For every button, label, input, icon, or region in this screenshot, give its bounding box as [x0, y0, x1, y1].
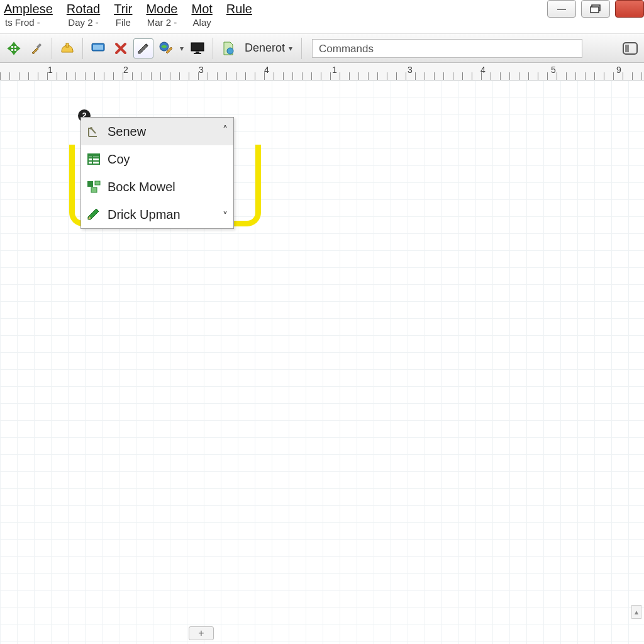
scroll-up-icon[interactable]: ˄ [223, 124, 228, 136]
svg-rect-7 [93, 45, 103, 50]
svg-rect-9 [191, 43, 204, 51]
toolbar-separator [301, 38, 302, 59]
commands-placeholder: Commands [319, 43, 374, 55]
globe-pencil-tool[interactable] [156, 38, 176, 58]
edit-tool[interactable] [133, 38, 153, 58]
svg-rect-23 [91, 187, 97, 192]
menu-label: Rule [226, 1, 252, 16]
panel-item-drick-upman[interactable]: Drick Upman [81, 201, 233, 228]
menu-rule[interactable]: Rule [226, 1, 252, 16]
panel-item-label: Bock Mowel [108, 180, 175, 194]
menu-sub-label: Alay [193, 16, 211, 29]
shapes-icon [86, 179, 101, 194]
table-icon [86, 152, 101, 167]
restore-button[interactable] [581, 0, 610, 18]
svg-rect-14 [625, 45, 629, 52]
dropdown-caret-icon[interactable]: ▾ [180, 44, 184, 53]
toolbar-separator [82, 38, 83, 59]
globe-pencil-icon [158, 41, 174, 56]
drawing-canvas[interactable]: 2 Senew Coy Bock Mowel [0, 80, 644, 644]
panel-item-label: Coy [108, 152, 130, 167]
measure-icon [86, 124, 101, 139]
menu-sub-label: ts Frod [4, 16, 53, 29]
svg-rect-5 [66, 43, 69, 47]
menu-sub-label: Mar 2 [147, 16, 177, 29]
side-scroll-button[interactable]: ▴ [631, 605, 641, 619]
panel-item-label: Senew [108, 125, 146, 139]
svg-rect-21 [87, 181, 93, 187]
menu-label: Amplese [4, 1, 53, 16]
document-icon [221, 41, 235, 56]
screwdriver-icon [30, 42, 43, 55]
ruler-ticks [0, 72, 644, 80]
menu-rotad[interactable]: Rotad Day 2 [67, 1, 100, 29]
pencil-icon [136, 42, 150, 55]
panel-icon [623, 42, 638, 55]
denerot-dropdown[interactable]: Denerot ▾ [241, 42, 296, 55]
autocomplete-panel: 2 Senew Coy Bock Mowel [80, 117, 234, 229]
svg-rect-22 [95, 181, 100, 185]
monitor-tool[interactable] [187, 38, 208, 58]
panel-item-senew[interactable]: Senew [81, 118, 233, 145]
svg-rect-10 [196, 52, 199, 53]
horizontal-ruler: 1 2 3 4 1 3 4 5 9 // generated via CSS r… [0, 63, 644, 80]
toolbar-separator [213, 38, 213, 59]
menu-trir[interactable]: Trir File [114, 1, 132, 29]
menu-label: Rotad [67, 1, 100, 16]
menu-label: Trir [114, 1, 132, 16]
menu-mode[interactable]: Mode Mar 2 [146, 1, 177, 29]
scroll-down-icon[interactable]: ˅ [223, 210, 228, 222]
screwdriver-tool[interactable] [26, 38, 47, 58]
minimize-button[interactable]: — [547, 0, 576, 18]
panel-scrollbar[interactable]: ˄ ˅ [217, 118, 233, 228]
restore-icon [590, 4, 601, 13]
pencil-icon [86, 207, 101, 222]
chevron-down-icon: ▾ [289, 44, 292, 53]
document-tool[interactable] [218, 38, 238, 58]
panel-list: Senew Coy Bock Mowel Drick Upman [80, 117, 234, 229]
svg-rect-20 [88, 154, 99, 157]
menu-bar: Amplese ts Frod Rotad Day 2 Trir File Mo… [0, 0, 644, 34]
menu-label: Mode [146, 1, 177, 16]
commands-input[interactable]: Commands [312, 39, 582, 58]
screen-tool[interactable] [88, 38, 108, 58]
close-button[interactable] [615, 0, 644, 18]
menu-sub-label: Day 2 [68, 16, 98, 29]
panel-item-bock-mowel[interactable]: Bock Mowel [81, 173, 233, 201]
x-icon [114, 42, 128, 55]
panel-toggle-button[interactable] [620, 38, 640, 58]
panel-item-coy[interactable]: Coy [81, 145, 233, 173]
panel-item-label: Drick Upman [108, 208, 180, 222]
move-tool[interactable] [4, 38, 24, 58]
move-icon [7, 42, 21, 55]
menu-label: Mot [191, 1, 212, 16]
delete-tool[interactable] [111, 38, 131, 58]
menu-sub-label: File [116, 16, 131, 29]
toolbar: ▾ Denerot ▾ Commands [0, 34, 644, 63]
minimize-icon: — [557, 4, 566, 14]
svg-rect-1 [591, 7, 599, 13]
screen-icon [91, 42, 106, 55]
svg-rect-11 [194, 53, 201, 54]
menu-mot[interactable]: Mot Alay [191, 1, 212, 29]
helmet-icon [60, 41, 75, 56]
denerot-label: Denerot [245, 42, 285, 55]
svg-point-12 [227, 48, 233, 54]
toolbar-separator [52, 38, 52, 59]
helmet-tool[interactable] [57, 38, 77, 58]
monitor-icon [190, 42, 205, 55]
menu-amplese[interactable]: Amplese ts Frod [4, 1, 53, 29]
window-controls: — [547, 0, 644, 18]
add-sheet-button[interactable]: + [189, 626, 214, 640]
